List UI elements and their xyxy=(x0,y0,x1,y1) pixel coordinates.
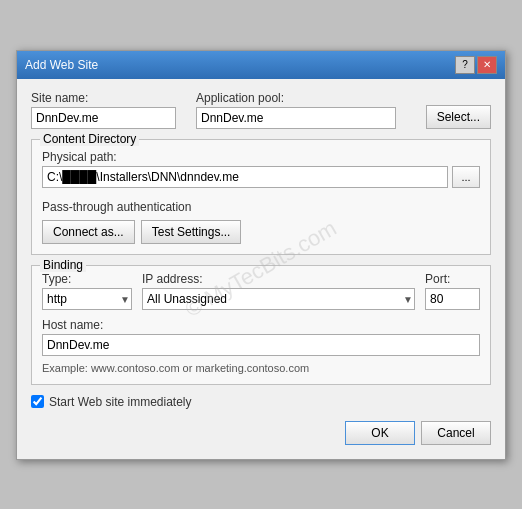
start-immediately-row: Start Web site immediately xyxy=(31,395,491,409)
title-bar-buttons: ? ✕ xyxy=(455,56,497,74)
host-name-label: Host name: xyxy=(42,318,480,332)
test-settings-button[interactable]: Test Settings... xyxy=(141,220,242,244)
pass-through-label: Pass-through authentication xyxy=(42,200,480,214)
site-name-group: Site name: xyxy=(31,91,176,129)
physical-path-input[interactable] xyxy=(42,166,448,188)
example-text: Example: www.contoso.com or marketing.co… xyxy=(42,362,480,374)
physical-path-row: ... xyxy=(42,166,480,188)
physical-path-group: Physical path: ... xyxy=(42,150,480,196)
dialog-title: Add Web Site xyxy=(25,58,98,72)
dialog-body: © MyTecBits.com Site name: Application p… xyxy=(17,79,505,459)
app-pool-label: Application pool: xyxy=(196,91,406,105)
physical-path-label: Physical path: xyxy=(42,150,480,164)
add-web-site-dialog: Add Web Site ? ✕ © MyTecBits.com Site na… xyxy=(16,50,506,460)
app-pool-input[interactable] xyxy=(196,107,396,129)
ok-cancel-row: OK Cancel xyxy=(31,421,491,449)
help-button[interactable]: ? xyxy=(455,56,475,74)
ip-select-wrapper: All Unassigned ▼ xyxy=(142,288,415,310)
site-name-input[interactable] xyxy=(31,107,176,129)
ip-group: IP address: All Unassigned ▼ xyxy=(142,272,415,310)
binding-legend: Binding xyxy=(40,258,86,272)
port-label: Port: xyxy=(425,272,480,286)
ok-button[interactable]: OK xyxy=(345,421,415,445)
port-input[interactable] xyxy=(425,288,480,310)
site-name-label: Site name: xyxy=(31,91,176,105)
type-label: Type: xyxy=(42,272,132,286)
site-name-section: Site name: Application pool: Select... xyxy=(31,91,491,129)
port-group: Port: xyxy=(425,272,480,310)
pass-through-btn-row: Connect as... Test Settings... xyxy=(42,220,480,244)
close-button[interactable]: ✕ xyxy=(477,56,497,74)
type-select[interactable]: http https xyxy=(42,288,132,310)
content-directory-legend: Content Directory xyxy=(40,132,139,146)
content-directory-section: Content Directory Physical path: ... Pas… xyxy=(31,139,491,255)
start-immediately-checkbox[interactable] xyxy=(31,395,44,408)
binding-section: Binding Type: http https ▼ IP address: xyxy=(31,265,491,385)
type-group: Type: http https ▼ xyxy=(42,272,132,310)
start-immediately-label: Start Web site immediately xyxy=(49,395,192,409)
ip-label: IP address: xyxy=(142,272,415,286)
app-pool-group: Application pool: xyxy=(196,91,406,129)
binding-row1: Type: http https ▼ IP address: All Unass… xyxy=(42,272,480,310)
cancel-button[interactable]: Cancel xyxy=(421,421,491,445)
type-select-wrapper: http https ▼ xyxy=(42,288,132,310)
title-bar: Add Web Site ? ✕ xyxy=(17,51,505,79)
connect-as-button[interactable]: Connect as... xyxy=(42,220,135,244)
host-name-group: Host name: xyxy=(42,318,480,356)
ip-select[interactable]: All Unassigned xyxy=(142,288,415,310)
host-name-input[interactable] xyxy=(42,334,480,356)
select-button[interactable]: Select... xyxy=(426,105,491,129)
browse-button[interactable]: ... xyxy=(452,166,480,188)
